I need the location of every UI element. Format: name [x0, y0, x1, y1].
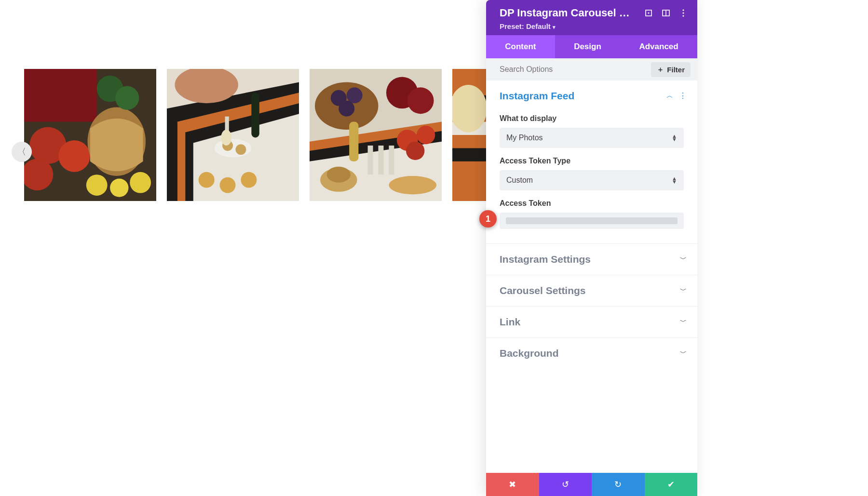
svg-point-45	[389, 176, 436, 194]
undo-icon: ↺	[562, 479, 569, 490]
svg-point-22	[221, 130, 231, 146]
filter-label: Filter	[667, 66, 685, 74]
preset-label: Preset: Default	[500, 22, 551, 30]
close-icon: ✖	[509, 479, 516, 490]
columns-icon[interactable]	[662, 9, 670, 17]
filter-button[interactable]: ＋ Filter	[651, 62, 691, 77]
section-title: Instagram Feed	[500, 90, 574, 102]
chevron-up-icon: ︿	[666, 92, 673, 100]
svg-point-10	[130, 172, 151, 193]
field-label-what-to-display: What to display	[500, 114, 684, 123]
select-what-to-display[interactable]: My Photos ▲▼	[500, 128, 684, 148]
vertical-dots-icon[interactable]	[679, 9, 688, 17]
save-button[interactable]: ✔	[645, 473, 698, 496]
tab-content[interactable]: Content	[486, 35, 555, 58]
select-value: My Photos	[506, 134, 543, 142]
svg-point-9	[110, 178, 128, 197]
section-header-carousel-settings[interactable]: Carousel Settings ﹀	[486, 275, 697, 306]
chevron-down-icon: ﹀	[680, 286, 687, 295]
svg-rect-20	[251, 93, 259, 137]
carousel-image[interactable]	[167, 69, 299, 201]
section-instagram-settings: Instagram Settings ﹀	[486, 243, 697, 275]
redacted-value	[506, 217, 677, 224]
select-value: Custom	[506, 176, 533, 184]
section-title: Link	[500, 316, 520, 328]
page-canvas: 〈	[0, 0, 486, 496]
select-access-token-type[interactable]: Custom ▲▼	[500, 170, 684, 190]
section-title: Background	[500, 348, 559, 359]
section-header-link[interactable]: Link ﹀	[486, 307, 697, 337]
svg-rect-42	[368, 146, 373, 174]
section-title: Instagram Settings	[500, 254, 591, 265]
action-bar: ✖ ↺ ↻ ✔	[486, 473, 697, 496]
chevron-down-icon: ﹀	[680, 318, 687, 326]
svg-point-23	[199, 172, 215, 188]
redo-icon: ↻	[614, 479, 622, 490]
section-link: Link ﹀	[486, 306, 697, 337]
settings-panel: DP Instagram Carousel Sett… Preset: Defa…	[486, 0, 697, 496]
svg-point-33	[339, 101, 354, 117]
svg-point-19	[235, 144, 246, 155]
search-row: ＋ Filter	[486, 58, 697, 80]
svg-rect-39	[349, 122, 358, 161]
section-carousel-settings: Carousel Settings ﹀	[486, 275, 697, 306]
section-header-background[interactable]: Background ﹀	[486, 338, 697, 369]
check-icon: ✔	[667, 479, 675, 490]
caret-down-icon: ▾	[551, 24, 556, 30]
svg-point-38	[406, 142, 424, 160]
redo-button[interactable]: ↻	[592, 473, 645, 496]
svg-point-35	[407, 87, 434, 114]
carousel-image[interactable]	[452, 69, 487, 201]
tab-bar: Content Design Advanced	[486, 35, 697, 58]
svg-point-25	[241, 172, 257, 188]
tab-design[interactable]: Design	[555, 35, 620, 58]
panel-header: DP Instagram Carousel Sett… Preset: Defa…	[486, 0, 697, 35]
svg-point-57	[682, 15, 684, 16]
section-background: Background ﹀	[486, 337, 697, 369]
search-input[interactable]	[500, 65, 651, 74]
svg-point-32	[347, 87, 363, 103]
undo-button[interactable]: ↺	[539, 473, 592, 496]
svg-point-37	[417, 126, 435, 144]
cancel-button[interactable]: ✖	[486, 473, 539, 496]
chevron-left-icon: 〈	[17, 146, 26, 158]
panel-body[interactable]: Instagram Feed ︿ ⋮ What to display My Ph…	[486, 80, 697, 473]
carousel-image[interactable]	[24, 69, 156, 201]
svg-rect-43	[378, 146, 383, 174]
svg-point-41	[327, 167, 351, 183]
section-title: Carousel Settings	[500, 285, 586, 296]
input-access-token[interactable]	[500, 213, 684, 229]
svg-point-55	[682, 9, 684, 11]
preset-selector[interactable]: Preset: Default▾	[500, 22, 688, 30]
chevron-down-icon: ﹀	[680, 255, 687, 264]
instagram-carousel	[24, 69, 487, 201]
tab-advanced[interactable]: Advanced	[620, 35, 697, 58]
svg-rect-44	[389, 146, 394, 174]
chevron-down-icon: ﹀	[680, 349, 687, 358]
svg-point-52	[648, 13, 650, 14]
expand-icon[interactable]	[644, 9, 653, 17]
svg-rect-1	[24, 69, 97, 122]
field-label-access-token: Access Token	[500, 199, 684, 208]
svg-point-3	[58, 140, 90, 172]
plus-icon: ＋	[657, 65, 664, 74]
svg-point-8	[86, 174, 108, 196]
carousel-prev-button[interactable]: 〈	[12, 142, 32, 162]
select-arrows-icon: ▲▼	[672, 177, 677, 183]
field-label-access-token-type: Access Token Type	[500, 157, 684, 165]
svg-rect-49	[452, 148, 487, 161]
annotation-marker-1: 1	[479, 210, 497, 228]
panel-title: DP Instagram Carousel Sett…	[500, 7, 636, 19]
marker-label: 1	[486, 214, 490, 224]
carousel-image[interactable]	[310, 69, 442, 201]
svg-point-7	[115, 86, 139, 110]
section-header-instagram-feed[interactable]: Instagram Feed ︿ ⋮	[486, 80, 697, 111]
svg-point-24	[220, 177, 236, 193]
select-arrows-icon: ▲▼	[672, 134, 677, 141]
section-instagram-feed: Instagram Feed ︿ ⋮ What to display My Ph…	[486, 80, 697, 243]
svg-point-56	[682, 12, 684, 13]
vertical-dots-icon[interactable]: ⋮	[679, 92, 687, 100]
section-header-instagram-settings[interactable]: Instagram Settings ﹀	[486, 244, 697, 275]
